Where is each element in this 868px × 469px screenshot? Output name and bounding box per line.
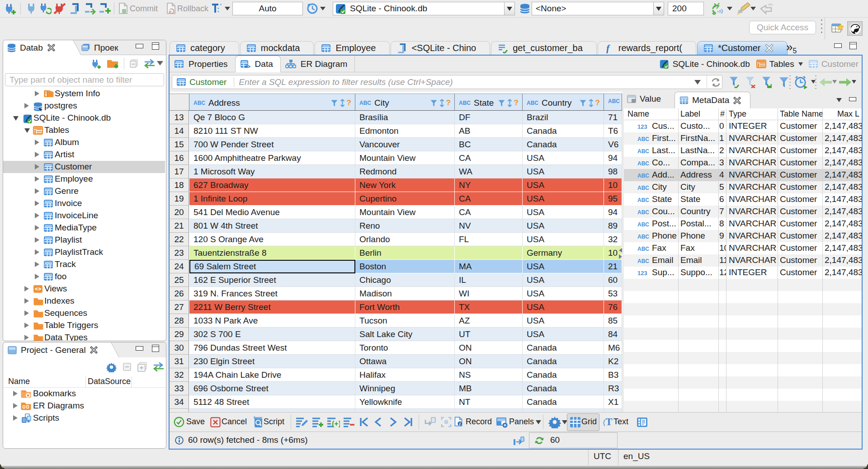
svg-text:i: i [459, 422, 461, 427]
svg-text:<>: <> [245, 64, 250, 69]
svg-text:f: f [606, 43, 610, 53]
svg-text:(+): (+) [332, 420, 340, 427]
